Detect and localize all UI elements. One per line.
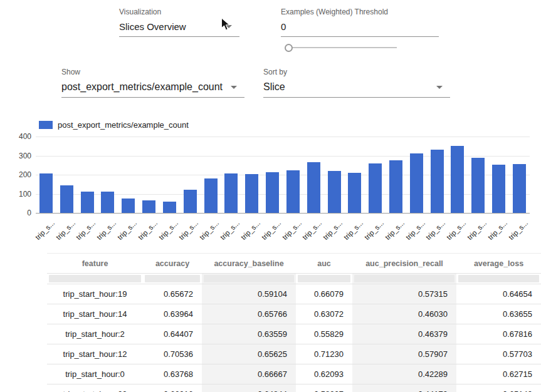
x-tick-label: trip_s... xyxy=(56,217,76,247)
y-tick-label: 100 xyxy=(19,190,31,199)
x-tick-label: trip_s... xyxy=(139,217,159,247)
metric-cell: 0.65672 xyxy=(143,284,202,304)
metric-cell: 0.66079 xyxy=(296,284,352,304)
chevron-down-icon xyxy=(231,86,237,89)
y-tick-label: 300 xyxy=(19,152,31,160)
bar[interactable] xyxy=(39,173,53,213)
metric-cell: 0.57907 xyxy=(352,344,456,364)
feature-cell: trip_start_hour:0 xyxy=(47,364,143,384)
bar[interactable] xyxy=(513,164,526,213)
filter-input-auc[interactable] xyxy=(298,275,350,282)
filter-cell xyxy=(352,274,456,284)
metric-cell: 0.57703 xyxy=(456,344,541,364)
column-header-accuracy: accuracy xyxy=(143,254,202,273)
x-tick-label: trip_s... xyxy=(201,217,221,247)
bar[interactable] xyxy=(369,163,382,213)
metric-cell: 0.44173 xyxy=(352,384,456,392)
chevron-down-icon xyxy=(226,25,232,28)
metric-cell: 0.63964 xyxy=(143,304,202,324)
metric-cell: 0.55829 xyxy=(296,324,352,344)
bar[interactable] xyxy=(266,172,279,213)
bar[interactable] xyxy=(348,173,361,213)
visualization-label: Visualization xyxy=(119,8,239,16)
slider-track[interactable] xyxy=(285,47,397,48)
sortby-value: Slice xyxy=(263,81,285,93)
threshold-slider[interactable] xyxy=(285,43,397,52)
visualization-select[interactable]: Slices Overview xyxy=(119,21,239,37)
bar[interactable] xyxy=(184,190,197,213)
chevron-down-icon xyxy=(436,86,443,89)
metric-cell: 0.65142 xyxy=(456,384,541,392)
filter-input-average_loss[interactable] xyxy=(458,275,539,282)
show-label: Show xyxy=(61,68,244,76)
metric-cell: 0.63768 xyxy=(143,364,202,384)
x-tick-label: trip_s... xyxy=(36,217,56,247)
gridline xyxy=(36,213,530,214)
filter-cell xyxy=(47,274,143,284)
visualization-value: Slices Overview xyxy=(119,21,186,32)
bar[interactable] xyxy=(410,153,423,213)
metric-cell: 0.64844 xyxy=(202,384,296,392)
column-header-feature: feature xyxy=(47,254,143,273)
metric-cell: 0.58337 xyxy=(296,384,352,392)
bar[interactable] xyxy=(307,162,320,213)
metric-cell: 0.62715 xyxy=(456,364,541,384)
y-axis-labels: 0100200300400 xyxy=(9,137,31,213)
bar[interactable] xyxy=(245,174,258,213)
x-tick-label: trip_s... xyxy=(303,217,323,247)
metric-cell: 0.67816 xyxy=(456,324,541,344)
x-tick-label: trip_s... xyxy=(427,217,447,247)
table-filter-row xyxy=(47,274,541,284)
table-body: trip_start_hour:190.656720.591040.660790… xyxy=(47,284,541,392)
bar[interactable] xyxy=(81,192,94,213)
metric-cell: 0.65766 xyxy=(202,304,296,324)
bar[interactable] xyxy=(60,185,73,213)
bar[interactable] xyxy=(204,178,218,213)
metric-cell: 0.64407 xyxy=(143,324,202,344)
bar[interactable] xyxy=(328,171,341,213)
sortby-select[interactable]: Slice xyxy=(263,81,450,98)
bar[interactable] xyxy=(492,165,505,213)
bar[interactable] xyxy=(431,150,444,213)
filter-input-accuracy[interactable] xyxy=(145,275,200,282)
x-tick-label: trip_s... xyxy=(221,217,241,247)
filter-input-feature[interactable] xyxy=(49,275,141,282)
bar[interactable] xyxy=(286,170,300,213)
bar[interactable] xyxy=(163,202,176,213)
metric-cell: 0.42289 xyxy=(352,364,456,384)
show-select[interactable]: post_export_metrics/example_count xyxy=(61,81,244,98)
feature-cell: trip_start_hour:23 xyxy=(47,384,143,392)
x-tick-label: trip_s... xyxy=(263,217,283,247)
metric-cell: 0.63559 xyxy=(202,324,296,344)
metric-cell: 0.64654 xyxy=(456,284,541,304)
filter-input-accuracy_baseline[interactable] xyxy=(204,275,294,282)
x-tick-label: trip_s... xyxy=(98,217,118,247)
slider-thumb[interactable] xyxy=(285,44,293,52)
feature-cell: trip_start_hour:12 xyxy=(47,344,143,364)
feature-cell: trip_start_hour:14 xyxy=(47,304,143,324)
bar[interactable] xyxy=(142,200,155,213)
bar[interactable] xyxy=(451,146,464,213)
metric-cell: 0.71230 xyxy=(296,344,352,364)
metric-cell: 0.46030 xyxy=(352,304,456,324)
x-tick-label: trip_s... xyxy=(242,217,262,247)
filter-cell xyxy=(296,274,352,284)
filter-input-auc_precision_recall[interactable] xyxy=(354,275,454,282)
filter-cell xyxy=(456,274,541,284)
x-axis-labels: trip_s...trip_s...trip_s...trip_s...trip… xyxy=(36,217,530,247)
bar[interactable] xyxy=(389,160,402,213)
threshold-input[interactable]: 0 xyxy=(281,21,439,37)
metric-cell: 0.65625 xyxy=(202,344,296,364)
bar[interactable] xyxy=(471,158,485,213)
table-row: trip_start_hour:190.656720.591040.660790… xyxy=(47,284,541,304)
column-header-accuracy_baseline: accuracy_baseline xyxy=(202,254,296,273)
x-tick-label: trip_s... xyxy=(489,217,509,247)
bar[interactable] xyxy=(101,192,114,213)
x-tick-label: trip_s... xyxy=(159,217,179,247)
threshold-label: Examples (Weighted) Threshold xyxy=(281,8,439,16)
filter-cell xyxy=(143,274,202,284)
bar[interactable] xyxy=(122,199,135,213)
bar[interactable] xyxy=(224,173,238,213)
x-tick-label: trip_s... xyxy=(118,217,139,247)
filter-cell xyxy=(202,274,296,284)
